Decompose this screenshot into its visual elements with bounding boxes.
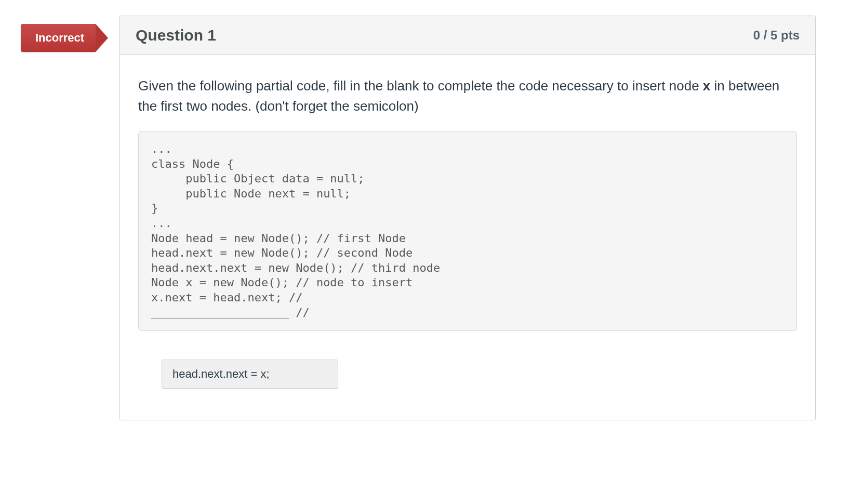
question-prompt: Given the following partial code, fill i… bbox=[138, 76, 797, 116]
question-title: Question 1 bbox=[136, 26, 216, 44]
flag-arrow-icon bbox=[96, 24, 108, 52]
prompt-bold-x: x bbox=[703, 78, 710, 94]
prompt-text-pre: Given the following partial code, fill i… bbox=[138, 78, 703, 94]
incorrect-flag: Incorrect bbox=[21, 24, 108, 52]
user-answer-box: head.next.next = x; bbox=[162, 360, 338, 389]
question-body: Given the following partial code, fill i… bbox=[120, 55, 815, 420]
question-points: 0 / 5 pts bbox=[753, 28, 800, 43]
question-header: Question 1 0 / 5 pts bbox=[120, 16, 815, 55]
question-card: Question 1 0 / 5 pts Given the following… bbox=[119, 16, 816, 420]
page-root: Incorrect Question 1 0 / 5 pts Given the… bbox=[0, 0, 851, 504]
answer-row: head.next.next = x; bbox=[138, 360, 797, 389]
incorrect-flag-label: Incorrect bbox=[21, 24, 96, 52]
code-block: ... class Node { public Object data = nu… bbox=[138, 131, 797, 331]
